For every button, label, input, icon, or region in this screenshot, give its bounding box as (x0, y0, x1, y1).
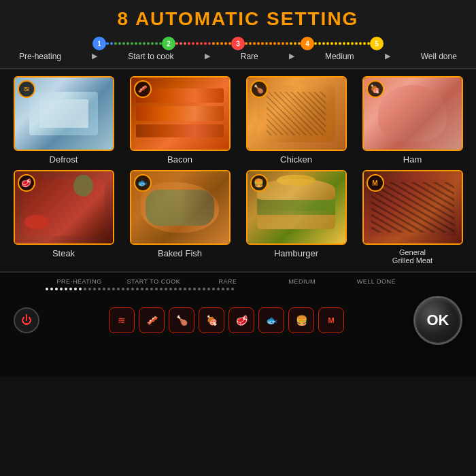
stage-1-circle: 1 (92, 37, 106, 50)
dot-34 (203, 288, 205, 290)
hamburger-icon-badge: 🍔 (250, 174, 268, 192)
arrow-3: ▶ (289, 52, 294, 61)
food-item-chicken[interactable]: 🍗 Chicken (241, 76, 352, 165)
dot-13 (103, 288, 105, 290)
btn-bacon[interactable]: 🥓 (139, 307, 165, 333)
arrow-2: ▶ (205, 52, 210, 61)
dot-9 (84, 288, 86, 290)
btn-hamburger[interactable]: 🍔 (288, 307, 314, 333)
steak-icon-badge: 🥩 (18, 174, 35, 192)
food-item-grilled-meat[interactable]: M GeneralGrilled Meat (357, 170, 468, 265)
bacon-image: 🥓 (130, 76, 231, 151)
mode-labels-row: PRE-HEATING START TO COOK RARE MEDIUM WE… (8, 278, 468, 285)
bottom-dots (46, 288, 410, 290)
grilled-meat-icon-badge: M (367, 174, 384, 192)
stage-3-circle: 3 (231, 37, 245, 50)
btn-steak[interactable]: 🥩 (228, 307, 254, 333)
dot-4 (60, 288, 63, 290)
dot-17 (122, 288, 124, 290)
defrost-icon-badge: ≋ (18, 80, 35, 98)
dot-28 (174, 288, 177, 290)
page-title: 8 AUTOMATIC SETTING (14, 8, 462, 30)
btn-baked-fish[interactable]: 🐟 (258, 307, 284, 333)
bacon-icon-badge: 🥓 (134, 80, 152, 98)
top-section: 8 AUTOMATIC SETTING 1 2 (0, 0, 476, 69)
baked-fish-label: Baked Fish (158, 248, 202, 258)
stage-5-circle: 5 (370, 37, 384, 50)
dot-12 (98, 288, 101, 290)
progress-dots-row (8, 288, 468, 290)
dot-37 (217, 288, 220, 290)
food-item-baked-fish[interactable]: 🐟 Baked Fish (124, 170, 235, 265)
dot-26 (165, 288, 167, 290)
btn-grilled-meat[interactable]: M (318, 307, 344, 333)
arrow-4: ▶ (385, 52, 390, 61)
stage-labels-row: Pre-heating ▶ Start to cook ▶ Rare ▶ Med… (14, 52, 462, 61)
dots-1-2 (106, 43, 162, 45)
dot-18 (126, 288, 129, 290)
chicken-image: 🍗 (246, 76, 347, 151)
defrost-image: ≋ (14, 76, 114, 151)
dot-5 (65, 288, 67, 290)
chicken-label: Chicken (280, 154, 312, 165)
chicken-icon-badge: 🍗 (250, 80, 268, 98)
food-item-ham[interactable]: 🍖 Ham (357, 76, 468, 165)
hamburger-label: Hamburger (274, 248, 318, 258)
dot-25 (160, 288, 163, 290)
dot-23 (150, 288, 153, 290)
dot-7 (74, 288, 77, 290)
food-item-hamburger[interactable]: 🍔 Hamburger (241, 170, 352, 265)
power-button[interactable]: ⏻ (14, 307, 39, 333)
mode-label-preheating: PRE-HEATING (42, 278, 116, 285)
dot-24 (155, 288, 158, 290)
btn-chicken[interactable]: 🍗 (169, 307, 194, 333)
food-buttons-row: ≋ 🥓 🍗 🍖 🥩 🐟 🍔 M (44, 307, 409, 333)
dot-36 (212, 288, 215, 290)
dot-27 (169, 288, 172, 290)
stage-label-starttocook: Start to cook (128, 52, 173, 61)
food-item-steak[interactable]: 🥩 Steak (8, 170, 119, 265)
progress-stages: 1 2 (14, 37, 462, 50)
ham-image: 🍖 (362, 76, 463, 151)
mode-label-welldone: WELL DONE (339, 278, 413, 285)
stage-2-circle: 2 (162, 37, 175, 50)
ok-button[interactable]: OK (413, 296, 462, 345)
food-item-bacon[interactable]: 🥓 Bacon (124, 76, 235, 165)
steak-image: 🥩 (14, 170, 114, 245)
food-grid-section: ≋ Defrost 🥓 Bacon 🍗 (0, 69, 476, 271)
dot-40 (231, 288, 234, 290)
stage-label-preheating: Pre-heating (19, 52, 61, 61)
dot-31 (188, 288, 191, 290)
mode-label-rare: RARE (190, 278, 265, 285)
bacon-label: Bacon (167, 154, 192, 165)
dot-19 (131, 288, 134, 290)
dot-2 (50, 288, 53, 290)
dot-29 (179, 288, 182, 290)
food-item-defrost[interactable]: ≋ Defrost (8, 76, 119, 165)
dot-39 (226, 288, 229, 290)
dot-33 (198, 288, 201, 290)
btn-defrost[interactable]: ≋ (109, 307, 135, 333)
mode-label-medium: MEDIUM (265, 278, 339, 285)
steak-label: Steak (52, 248, 75, 258)
dot-38 (222, 288, 224, 290)
dot-30 (184, 288, 186, 290)
btn-ham[interactable]: 🍖 (199, 307, 224, 333)
ham-icon-badge: 🍖 (367, 80, 384, 98)
dot-10 (88, 288, 91, 290)
stage-label-rare: Rare (241, 52, 258, 61)
hamburger-image: 🍔 (246, 170, 347, 245)
dot-20 (136, 288, 139, 290)
baked-fish-icon-badge: 🐟 (134, 174, 152, 192)
ham-label: Ham (403, 154, 422, 165)
stage-4-circle: 4 (301, 37, 314, 50)
dots-2-3 (175, 43, 231, 45)
dot-22 (146, 288, 148, 290)
grilled-meat-image: M (362, 170, 463, 245)
grilled-meat-label: GeneralGrilled Meat (392, 248, 432, 265)
dot-14 (107, 288, 110, 290)
stage-label-welldone: Well done (421, 52, 457, 61)
dot-15 (112, 288, 115, 290)
dot-8 (79, 288, 82, 290)
dots-4-5 (314, 43, 370, 45)
